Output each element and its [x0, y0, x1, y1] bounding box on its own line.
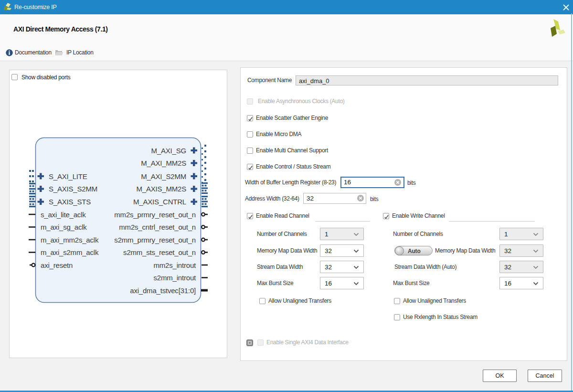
svg-text:M_AXIS_CNTRL: M_AXIS_CNTRL [133, 198, 186, 206]
svg-text:mm2s_prmry_reset_out_n: mm2s_prmry_reset_out_n [114, 211, 196, 219]
svg-text:s_axi_lite_aclk: s_axi_lite_aclk [41, 211, 86, 219]
svg-text:axi_resetn: axi_resetn [41, 261, 73, 269]
svg-text:m_axi_s2mm_aclk: m_axi_s2mm_aclk [41, 248, 99, 256]
svg-text:S_AXIS_STS: S_AXIS_STS [49, 198, 91, 206]
svg-text:S_AXIS_S2MM: S_AXIS_S2MM [49, 185, 97, 193]
svg-text:M_AXIS_MM2S: M_AXIS_MM2S [137, 185, 187, 193]
svg-text:axi_dma_tstvec[31:0]: axi_dma_tstvec[31:0] [130, 286, 196, 295]
svg-text:M_AXI_MM2S: M_AXI_MM2S [141, 159, 186, 167]
svg-text:S_AXI_LITE: S_AXI_LITE [49, 172, 87, 180]
svg-text:s2mm_prmry_reset_out_n: s2mm_prmry_reset_out_n [114, 236, 196, 244]
svg-text:s2mm_sts_reset_out_n: s2mm_sts_reset_out_n [123, 248, 196, 256]
svg-text:mm2s_cntrl_reset_out_n: mm2s_cntrl_reset_out_n [119, 223, 196, 231]
svg-text:M_AXI_SG: M_AXI_SG [151, 147, 186, 155]
svg-text:m_axi_sg_aclk: m_axi_sg_aclk [41, 223, 87, 231]
svg-text:M_AXI_S2MM: M_AXI_S2MM [141, 172, 186, 180]
svg-text:m_axi_mm2s_aclk: m_axi_mm2s_aclk [41, 236, 99, 244]
svg-text:mm2s_introut: mm2s_introut [154, 261, 196, 269]
svg-text:s2mm_introut: s2mm_introut [154, 274, 196, 282]
